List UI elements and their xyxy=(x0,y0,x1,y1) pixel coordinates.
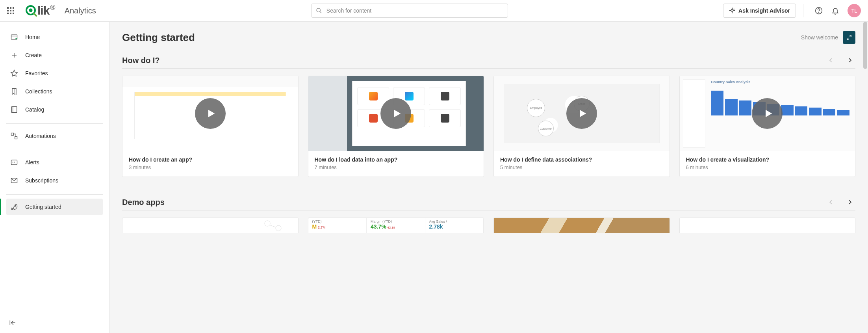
chevron-right-icon xyxy=(847,58,853,63)
howdoi-carousel-nav xyxy=(825,55,855,66)
sidebar-item-home[interactable]: Home xyxy=(6,29,103,45)
video-card-title: How do I define data associations? xyxy=(500,156,663,163)
scrollbar-track[interactable] xyxy=(862,22,868,333)
video-card-create-app[interactable]: How do I create an app? 3 minutes xyxy=(122,76,299,177)
video-card-duration: 3 minutes xyxy=(129,164,292,170)
svg-marker-25 xyxy=(580,110,586,117)
svg-point-1 xyxy=(29,9,33,12)
ask-insight-advisor-button[interactable]: Ask Insight Advisor xyxy=(723,4,796,18)
user-avatar-initials: TL xyxy=(851,8,857,14)
kpi-ytd-prefix: M xyxy=(312,223,317,230)
sidebar: Home Create Favorites Collections Catalo xyxy=(0,22,109,333)
automations-icon xyxy=(10,132,18,140)
sidebar-item-label: Collections xyxy=(25,88,52,95)
kpi-avg-label: Avg Sales / xyxy=(429,220,447,223)
sidebar-item-automations[interactable]: Automations xyxy=(6,128,103,144)
kpi-avg-value: 2.78k xyxy=(429,223,443,230)
help-icon[interactable] xyxy=(814,6,823,15)
qlik-logo[interactable]: lik® xyxy=(25,4,54,17)
ask-insight-advisor-label: Ask Insight Advisor xyxy=(738,7,790,14)
sparkle-icon xyxy=(729,7,735,14)
svg-point-6 xyxy=(819,13,819,13)
scrollbar-thumb[interactable] xyxy=(863,22,867,69)
plus-icon xyxy=(10,51,18,59)
demoapps-next-button[interactable] xyxy=(844,197,855,208)
kpi-ytd-suffix: 2.7M xyxy=(318,225,326,229)
kpi-margin-delta: 42.19 xyxy=(387,226,395,229)
main-content: Getting started Show welcome How do I? xyxy=(109,22,868,333)
demo-card-kpi[interactable]: (YTD) M 2.7M Margin (YTD) 43.7% 42.19 Av… xyxy=(308,218,484,233)
kpi-margin-label: Margin (YTD) xyxy=(371,220,392,223)
video-card-create-visualization[interactable]: Country Sales Analysis How do I create a… xyxy=(679,76,856,177)
sidebar-item-getting-started[interactable]: Getting started xyxy=(6,199,103,215)
star-icon xyxy=(10,69,18,77)
svg-rect-14 xyxy=(11,133,14,136)
svg-marker-11 xyxy=(11,70,18,76)
howdoi-prev-button[interactable] xyxy=(825,55,836,66)
expand-welcome-button[interactable] xyxy=(843,31,855,44)
qlik-logo-icon xyxy=(25,5,37,17)
video-card-title: How do I create a visualization? xyxy=(686,156,849,163)
video-card-load-data[interactable]: How do I load data into an app? 7 minute… xyxy=(308,76,484,177)
user-avatar[interactable]: TL xyxy=(848,4,861,17)
sidebar-divider xyxy=(6,194,103,195)
svg-line-29 xyxy=(270,225,276,227)
chevron-left-icon xyxy=(828,58,834,63)
svg-point-8 xyxy=(15,38,17,39)
sidebar-item-subscriptions[interactable]: Subscriptions xyxy=(6,172,103,189)
howdoi-next-button[interactable] xyxy=(844,55,855,66)
video-card-duration: 7 minutes xyxy=(315,164,478,170)
svg-line-4 xyxy=(320,11,321,13)
video-thumbnail: Employee Office Customer xyxy=(494,76,670,151)
sidebar-item-label: Alerts xyxy=(25,159,39,166)
sidebar-item-label: Catalog xyxy=(25,106,44,113)
catalog-icon xyxy=(10,106,18,113)
demo-card[interactable] xyxy=(122,218,299,233)
sidebar-item-label: Create xyxy=(25,52,42,58)
collapse-icon xyxy=(9,319,17,327)
play-icon xyxy=(380,98,411,129)
section-divider xyxy=(122,210,855,210)
sidebar-divider xyxy=(6,123,103,124)
chevron-left-icon xyxy=(828,199,834,205)
rocket-icon xyxy=(10,203,18,211)
sidebar-item-label: Subscriptions xyxy=(25,177,58,184)
kpi-ytd-label: (YTD) xyxy=(312,220,322,223)
sidebar-item-catalog[interactable]: Catalog xyxy=(6,101,103,118)
svg-rect-12 xyxy=(11,107,17,113)
video-card-title: How do I load data into an app? xyxy=(315,156,478,163)
section-divider xyxy=(122,68,855,69)
collapse-sidebar-button[interactable] xyxy=(6,316,19,329)
video-card-title: How do I create an app? xyxy=(129,156,292,163)
thumbnail-panel-title: Country Sales Analysis xyxy=(711,80,751,84)
svg-point-3 xyxy=(317,8,320,12)
demoapps-prev-button[interactable] xyxy=(825,197,836,208)
kpi-margin-value: 43.7% xyxy=(371,223,386,230)
notifications-icon[interactable] xyxy=(831,6,840,15)
video-card-data-associations[interactable]: Employee Office Customer How do I define… xyxy=(493,76,670,177)
sidebar-item-label: Automations xyxy=(25,133,56,139)
search-input[interactable] xyxy=(311,4,508,18)
video-thumbnail: Country Sales Analysis xyxy=(680,76,855,151)
play-icon xyxy=(195,98,226,129)
section-title-demoapps: Demo apps xyxy=(122,198,165,207)
svg-line-2 xyxy=(34,13,37,16)
svg-marker-26 xyxy=(766,110,772,117)
sidebar-item-label: Getting started xyxy=(25,204,61,210)
sidebar-item-favorites[interactable]: Favorites xyxy=(6,65,103,82)
global-search xyxy=(311,4,508,18)
video-card-duration: 6 minutes xyxy=(686,164,849,170)
chevron-right-icon xyxy=(847,199,853,205)
svg-line-21 xyxy=(849,35,851,37)
alerts-icon xyxy=(10,158,18,166)
sidebar-item-collections[interactable]: Collections xyxy=(6,83,103,100)
svg-marker-23 xyxy=(208,110,215,117)
sidebar-item-create[interactable]: Create xyxy=(6,47,103,63)
howdoi-card-row: How do I create an app? 3 minutes How do… xyxy=(122,76,855,177)
sidebar-item-alerts[interactable]: Alerts xyxy=(6,154,103,171)
demo-card-warehouse[interactable] xyxy=(493,218,670,233)
app-launcher-icon[interactable] xyxy=(7,7,14,14)
mail-icon xyxy=(10,177,18,184)
svg-point-27 xyxy=(265,221,270,226)
demo-card[interactable] xyxy=(679,218,856,233)
